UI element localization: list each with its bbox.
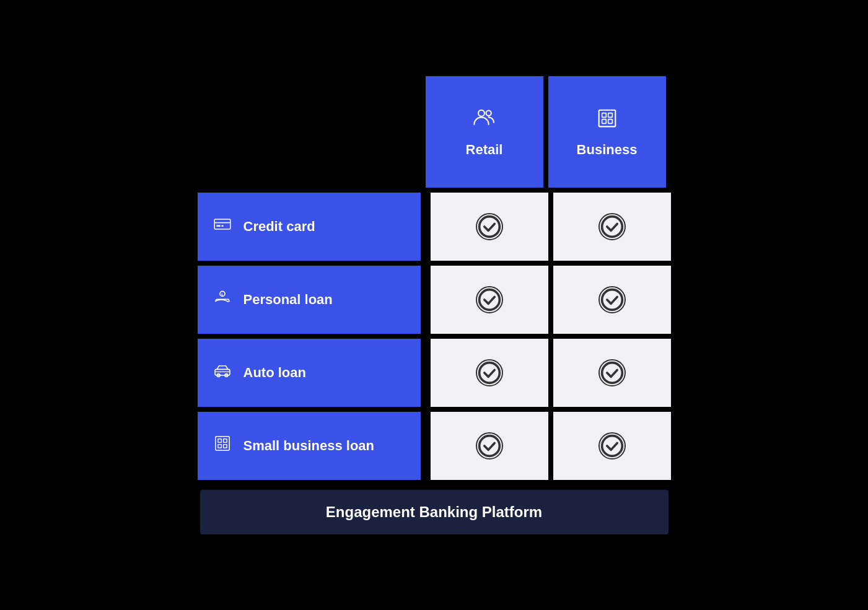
- check-circle: [476, 286, 503, 313]
- svg-point-12: [602, 216, 622, 237]
- footer-banner: Engagement Banking Platform: [200, 490, 669, 534]
- svg-rect-4: [608, 113, 612, 117]
- header-business: Business: [548, 76, 666, 188]
- svg-text:$: $: [221, 294, 223, 297]
- auto-loan-business-cell: [553, 339, 671, 407]
- check-circle: [598, 432, 626, 460]
- comparison-table: Retail Business: [198, 76, 671, 480]
- people-icon: [472, 106, 497, 134]
- svg-rect-25: [223, 439, 227, 443]
- table-row: Small business loan: [198, 412, 671, 480]
- svg-point-21: [479, 362, 499, 383]
- svg-point-28: [479, 435, 499, 456]
- svg-rect-23: [215, 437, 229, 450]
- check-circle: [476, 213, 503, 240]
- svg-point-29: [602, 435, 622, 456]
- svg-rect-27: [223, 445, 227, 448]
- table-row: Auto loan: [198, 339, 671, 407]
- credit-card-text: Credit card: [243, 219, 315, 235]
- retail-label: Retail: [466, 142, 503, 158]
- credit-card-business-cell: [553, 193, 671, 261]
- svg-rect-5: [602, 119, 606, 123]
- header-retail: Retail: [426, 76, 543, 188]
- svg-rect-9: [216, 225, 220, 227]
- main-container: Retail Business: [198, 76, 671, 534]
- table-row: $ Personal loan: [198, 266, 671, 334]
- footer-label: Engagement Banking Platform: [326, 503, 542, 521]
- check-circle: [598, 286, 626, 313]
- svg-rect-26: [217, 445, 221, 448]
- svg-rect-7: [214, 219, 230, 229]
- check-circle: [598, 213, 626, 240]
- small-business-loan-business-cell: [553, 412, 671, 480]
- credit-card-retail-cell: [431, 193, 548, 261]
- data-rows: Credit card: [198, 193, 671, 480]
- personal-loan-retail-cell: [431, 266, 548, 334]
- svg-rect-2: [598, 110, 615, 126]
- hand-money-icon: $: [213, 287, 232, 312]
- credit-card-label-cell: Credit card: [198, 193, 421, 261]
- svg-point-1: [486, 110, 491, 115]
- header-empty-cell: [198, 76, 421, 188]
- credit-card-icon: [213, 214, 232, 238]
- auto-loan-label-cell: Auto loan: [198, 339, 421, 407]
- table-row: Credit card: [198, 193, 671, 261]
- building-icon: [595, 106, 620, 134]
- svg-rect-24: [217, 439, 221, 443]
- small-business-loan-text: Small business loan: [243, 438, 375, 454]
- svg-rect-3: [602, 113, 606, 117]
- check-circle: [598, 359, 626, 386]
- building-sm-icon: [213, 434, 232, 458]
- svg-point-16: [602, 289, 622, 310]
- check-circle: [476, 359, 503, 386]
- personal-loan-text: Personal loan: [243, 292, 333, 308]
- svg-rect-6: [608, 119, 612, 123]
- personal-loan-label-cell: $ Personal loan: [198, 266, 421, 334]
- svg-rect-10: [221, 225, 223, 227]
- check-circle: [476, 432, 503, 460]
- svg-point-11: [479, 216, 499, 237]
- business-label: Business: [577, 142, 638, 158]
- svg-point-0: [478, 110, 484, 116]
- auto-loan-retail-cell: [431, 339, 548, 407]
- car-icon: [213, 360, 232, 385]
- small-business-loan-retail-cell: [431, 412, 548, 480]
- auto-loan-text: Auto loan: [243, 365, 306, 381]
- svg-point-15: [479, 289, 499, 310]
- small-business-loan-label-cell: Small business loan: [198, 412, 421, 480]
- svg-point-22: [602, 362, 622, 383]
- header-row: Retail Business: [198, 76, 671, 188]
- personal-loan-business-cell: [553, 266, 671, 334]
